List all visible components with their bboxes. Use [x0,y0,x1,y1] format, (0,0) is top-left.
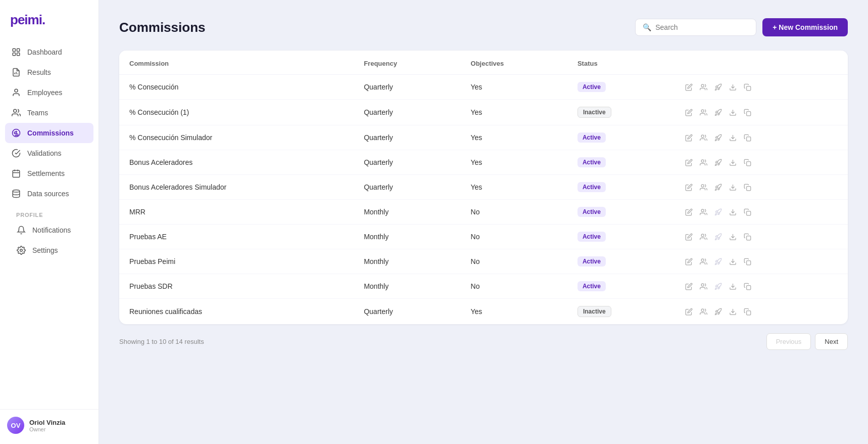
copy-icon[interactable] [744,308,751,316]
svg-rect-36 [747,236,751,240]
sidebar-item-teams[interactable]: Teams [5,103,93,123]
copy-icon[interactable] [744,283,751,290]
svg-point-16 [701,84,704,86]
sidebar-item-commissions[interactable]: Commissions [5,123,93,143]
download-icon[interactable] [729,233,737,241]
team-icon[interactable] [700,109,707,116]
cell-status: Active [567,150,675,175]
cell-commission: % Consecución (1) [119,100,354,125]
download-icon[interactable] [729,283,737,290]
team-icon[interactable] [700,83,707,91]
main-content: Commissions 🔍 + New Commission Commissio… [99,0,868,444]
search-input[interactable] [655,23,749,31]
download-icon[interactable] [729,258,737,265]
download-icon[interactable] [729,208,737,216]
sidebar-item-data-sources[interactable]: Data sources [5,184,93,204]
sidebar-item-validations[interactable]: Validations [5,143,93,163]
team-icon[interactable] [700,233,707,241]
profile-section: PROFILE Notifications Settings [5,205,93,262]
svg-point-43 [701,308,704,311]
svg-rect-24 [747,137,751,141]
avatar: OV [7,417,24,434]
cell-commission: Pruebas SDR [119,274,354,299]
team-icon[interactable] [700,134,707,142]
cell-actions [675,75,848,100]
launch-icon[interactable] [714,109,722,116]
cell-actions [675,150,848,175]
launch-icon[interactable] [714,258,722,265]
download-icon[interactable] [729,308,737,316]
edit-icon[interactable] [685,109,693,116]
launch-icon[interactable] [714,159,722,166]
page-header: Commissions 🔍 + New Commission [119,18,848,36]
team-icon[interactable] [700,258,707,265]
copy-icon[interactable] [744,159,751,166]
circle-dollar-icon [11,128,21,138]
svg-point-22 [701,135,704,137]
copy-icon[interactable] [744,184,751,191]
launch-icon[interactable] [714,184,722,191]
cell-frequency: Quarterly [354,299,460,325]
sidebar-item-employees[interactable]: Employees [5,82,93,103]
team-icon[interactable] [700,283,707,290]
svg-point-14 [13,190,20,193]
download-icon[interactable] [729,134,737,142]
svg-rect-1 [17,49,20,51]
launch-icon[interactable] [714,233,722,241]
edit-icon[interactable] [685,308,693,316]
search-box[interactable]: 🔍 [635,19,756,36]
sidebar-item-label: Employees [27,88,62,97]
launch-icon[interactable] [714,83,722,91]
status-badge: Active [577,207,606,217]
edit-icon[interactable] [685,208,693,216]
launch-icon[interactable] [714,134,722,142]
sidebar-item-notifications[interactable]: Notifications [10,220,88,240]
sidebar-item-settings[interactable]: Settings [10,240,88,260]
copy-icon[interactable] [744,233,751,241]
copy-icon[interactable] [744,134,751,142]
next-button[interactable]: Next [815,333,848,350]
edit-icon[interactable] [685,134,693,142]
page-title: Commissions [119,20,206,35]
edit-icon[interactable] [685,283,693,290]
team-icon[interactable] [700,159,707,166]
sidebar-item-settlements[interactable]: Settlements [5,163,93,184]
col-commission: Commission [119,51,354,75]
copy-icon[interactable] [744,83,751,91]
svg-point-28 [701,184,704,187]
edit-icon[interactable] [685,258,693,265]
launch-icon[interactable] [714,308,722,316]
launch-icon[interactable] [714,208,722,216]
team-icon[interactable] [700,184,707,191]
edit-icon[interactable] [685,159,693,166]
search-icon: 🔍 [643,23,651,31]
edit-icon[interactable] [685,184,693,191]
team-icon[interactable] [700,208,707,216]
edit-icon[interactable] [685,83,693,91]
copy-icon[interactable] [744,208,751,216]
sidebar-item-results[interactable]: Results [5,62,93,82]
user-role: Owner [29,426,65,432]
edit-icon[interactable] [685,233,693,241]
cell-objectives: Yes [461,100,567,125]
previous-button[interactable]: Previous [766,333,811,350]
bell-icon [16,225,26,235]
download-icon[interactable] [729,83,737,91]
grid-icon [11,47,21,57]
status-badge: Active [577,132,606,143]
cell-objectives: Yes [461,75,567,100]
launch-icon[interactable] [714,283,722,290]
team-icon[interactable] [700,308,707,316]
svg-point-40 [701,283,704,286]
download-icon[interactable] [729,109,737,116]
copy-icon[interactable] [744,109,751,116]
table-header-row: Commission Frequency Objectives Status [119,51,848,75]
table-row: Bonus Aceleradores Simulador Quarterly Y… [119,175,848,200]
copy-icon[interactable] [744,258,751,265]
sidebar-item-dashboard[interactable]: Dashboard [5,42,93,62]
col-frequency: Frequency [354,51,460,75]
download-icon[interactable] [729,184,737,191]
download-icon[interactable] [729,159,737,166]
new-commission-button[interactable]: + New Commission [762,18,848,36]
status-badge: Active [577,82,606,92]
